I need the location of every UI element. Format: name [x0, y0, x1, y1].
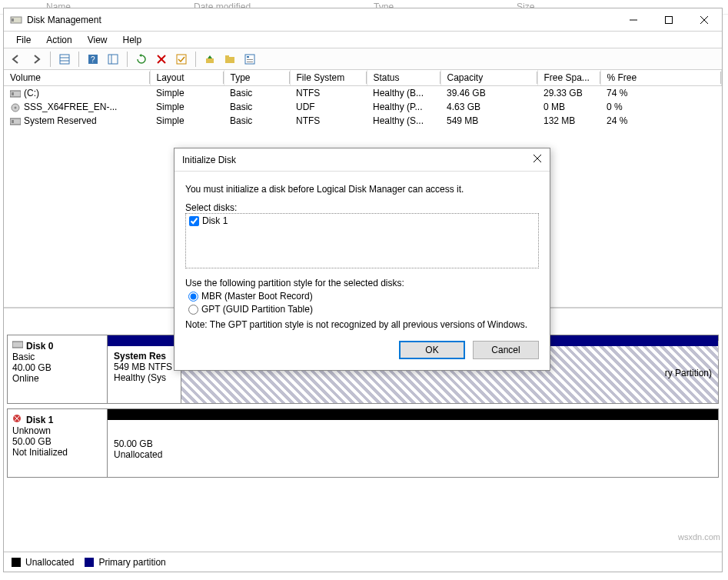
swatch-unallocated	[12, 558, 21, 567]
svg-text:?: ?	[91, 55, 95, 64]
svg-rect-29	[12, 342, 23, 348]
toolbar-folder-icon[interactable]	[221, 50, 239, 68]
disk-icon	[12, 340, 23, 352]
svg-rect-21	[247, 59, 253, 60]
disk-1-stripe	[108, 409, 718, 420]
col-volume[interactable]: Volume	[4, 70, 150, 86]
cancel-button[interactable]: Cancel	[473, 341, 539, 359]
watermark: wsxdn.com	[678, 532, 720, 542]
initialize-disk-dialog: Initialize Disk You must initialize a di…	[174, 148, 550, 371]
menu-help[interactable]: Help	[115, 33, 150, 47]
legend: Unallocated Primary partition	[4, 552, 722, 572]
dialog-titlebar[interactable]: Initialize Disk	[175, 148, 550, 172]
gpt-radio[interactable]	[188, 305, 198, 315]
forward-button[interactable]	[27, 50, 45, 68]
disk-0-partition-system[interactable]: System Res 549 MB NTFS Healthy (Sys	[108, 346, 181, 403]
toolbar-list-icon[interactable]	[104, 50, 122, 68]
window-title: Disk Management	[27, 15, 101, 25]
col-type[interactable]: Type	[224, 70, 290, 86]
disk-1-checkbox-row[interactable]: Disk 1	[189, 215, 535, 226]
col-layout[interactable]: Layout	[150, 70, 224, 86]
dialog-title: Initialize Disk	[182, 155, 236, 165]
toolbar-up-icon[interactable]	[201, 50, 219, 68]
disk-1-checkbox[interactable]	[189, 216, 199, 226]
delete-icon[interactable]	[152, 50, 171, 68]
mbr-radio-row[interactable]: MBR (Master Boot Record)	[188, 291, 539, 302]
app-icon	[10, 14, 22, 26]
menubar: File Action View Help	[4, 32, 722, 48]
toolbar: ?	[4, 48, 722, 70]
back-button[interactable]	[7, 50, 25, 68]
help-icon[interactable]: ?	[84, 50, 102, 68]
svg-rect-6	[60, 55, 69, 64]
swatch-primary	[85, 558, 94, 567]
disk-error-icon	[12, 414, 23, 425]
titlebar[interactable]: Disk Management	[4, 8, 722, 32]
drive-icon	[10, 89, 21, 98]
close-button[interactable]	[686, 8, 722, 32]
disk-1-header: Disk 1 Unknown 50.00 GB Not Initialized	[8, 409, 108, 477]
maximize-button[interactable]	[651, 8, 686, 32]
volume-row[interactable]: SSS_X64FREE_EN-...SimpleBasicUDFHealthy …	[4, 100, 722, 114]
svg-rect-18	[225, 55, 229, 58]
gpt-radio-row[interactable]: GPT (GUID Partition Table)	[188, 304, 539, 315]
mbr-radio[interactable]	[188, 292, 198, 302]
svg-rect-1	[12, 18, 14, 22]
svg-rect-22	[247, 62, 253, 62]
svg-rect-17	[225, 57, 234, 63]
properties-icon[interactable]	[241, 50, 259, 68]
col-capacity[interactable]: Capacity	[440, 70, 537, 86]
svg-rect-20	[247, 56, 249, 58]
check-icon[interactable]	[172, 50, 191, 68]
toolbar-grid-icon[interactable]	[55, 50, 74, 68]
menu-view[interactable]: View	[80, 33, 115, 47]
refresh-icon[interactable]	[132, 50, 151, 68]
svg-rect-16	[206, 58, 214, 63]
menu-action[interactable]: Action	[38, 33, 79, 47]
drive-icon	[10, 117, 21, 126]
minimize-button[interactable]	[616, 8, 651, 32]
dialog-intro: You must initialize a disk before Logica…	[185, 184, 539, 195]
volume-row[interactable]: (C:)SimpleBasicNTFSHealthy (B...39.46 GB…	[4, 86, 722, 101]
volume-row[interactable]: System ReservedSimpleBasicNTFSHealthy (S…	[4, 114, 722, 128]
disk-1-row[interactable]: Disk 1 Unknown 50.00 GB Not Initialized …	[7, 408, 719, 478]
svg-point-26	[15, 106, 17, 108]
partition-style-label: Use the following partition style for th…	[185, 278, 539, 288]
svg-rect-15	[177, 55, 186, 64]
gpt-note: Note: The GPT partition style is not rec…	[185, 319, 539, 330]
col-free[interactable]: Free Spa...	[537, 70, 600, 86]
col-pct[interactable]: % Free	[600, 70, 722, 86]
disk-0-header: Disk 0 Basic 40.00 GB Online	[8, 335, 108, 403]
dialog-close-button[interactable]	[533, 154, 542, 165]
svg-rect-11	[108, 55, 118, 64]
select-disks-label: Select disks:	[185, 202, 539, 213]
disk-select-list[interactable]: Disk 1	[185, 213, 539, 268]
svg-rect-24	[12, 92, 14, 95]
col-fs[interactable]: File System	[290, 70, 367, 86]
svg-rect-28	[12, 120, 14, 123]
cd-icon	[10, 103, 21, 112]
col-status[interactable]: Status	[367, 70, 440, 86]
svg-rect-3	[666, 16, 673, 23]
disk-1-unallocated[interactable]: 50.00 GB Unallocated	[108, 420, 718, 477]
menu-file[interactable]: File	[8, 33, 38, 47]
ok-button[interactable]: OK	[399, 341, 465, 359]
